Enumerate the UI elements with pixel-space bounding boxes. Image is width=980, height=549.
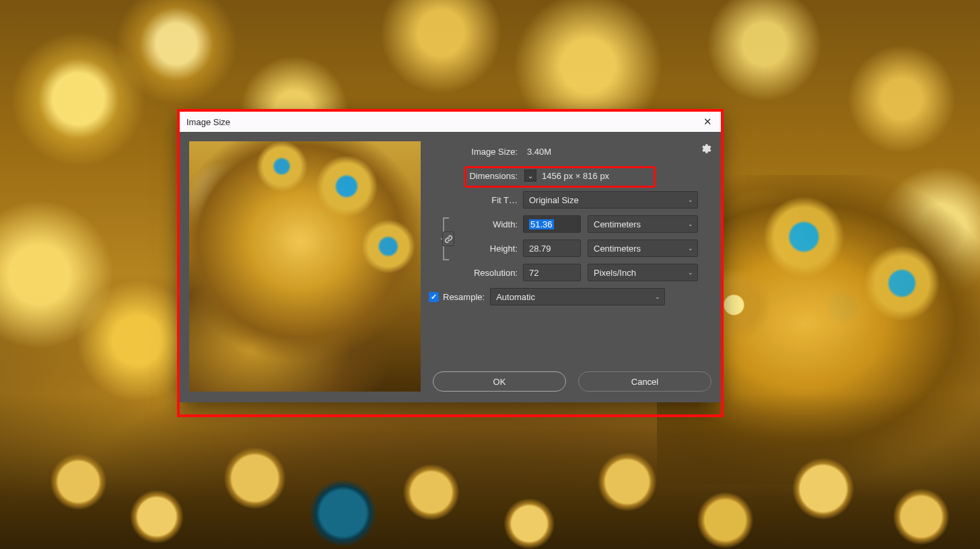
- resolution-value: 72: [529, 268, 538, 278]
- gear-icon[interactable]: [699, 143, 711, 155]
- resolution-input[interactable]: 72: [523, 264, 581, 281]
- width-unit-select[interactable]: Centimeters ⌄: [588, 215, 698, 233]
- fit-to-label: Fit T…: [433, 195, 523, 205]
- dimensions-label: Dimensions:: [433, 171, 523, 181]
- image-size-value: 3.40M: [523, 147, 551, 157]
- dialog-title: Image Size: [186, 117, 230, 127]
- cancel-button[interactable]: Cancel: [578, 371, 711, 392]
- dimensions-value: 1456 px × 816 px: [542, 171, 609, 181]
- height-unit-select[interactable]: Centimeters ⌄: [588, 240, 698, 257]
- image-preview: [189, 141, 421, 392]
- chevron-down-icon: ⌄: [688, 269, 693, 276]
- width-label: Width:: [453, 219, 523, 229]
- image-size-label: Image Size:: [433, 147, 523, 157]
- height-unit-value: Centimeters: [594, 244, 641, 254]
- width-value: 51.36: [529, 219, 554, 229]
- height-input[interactable]: 28.79: [523, 240, 581, 257]
- chevron-down-icon: ⌄: [688, 245, 693, 252]
- chevron-down-icon: ⌄: [655, 293, 660, 300]
- width-unit-value: Centimeters: [594, 219, 641, 229]
- image-size-dialog: Image Size ✕ Image Size: 3.40M Dimension…: [180, 112, 721, 402]
- dialog-titlebar[interactable]: Image Size ✕: [180, 112, 721, 132]
- resample-checkbox[interactable]: ✓: [429, 292, 439, 302]
- height-label: Height:: [453, 244, 523, 254]
- ok-button[interactable]: OK: [433, 371, 566, 392]
- height-value: 28.79: [529, 244, 551, 254]
- fit-to-value: Original Size: [529, 195, 579, 205]
- chevron-down-icon: ⌄: [688, 221, 693, 227]
- close-button[interactable]: ✕: [701, 116, 714, 128]
- resolution-label: Resolution:: [433, 268, 523, 278]
- ok-label: OK: [493, 377, 506, 387]
- resample-label: Resample:: [443, 292, 485, 302]
- resolution-unit-value: Pixels/Inch: [594, 268, 636, 278]
- resample-value: Automatic: [496, 292, 535, 302]
- chevron-down-icon: ⌄: [688, 196, 693, 203]
- fit-to-select[interactable]: Original Size ⌄: [523, 191, 698, 209]
- chevron-down-icon: ⌄: [528, 172, 533, 180]
- resolution-unit-select[interactable]: Pixels/Inch ⌄: [588, 264, 698, 281]
- link-constrain-toggle[interactable]: [442, 231, 454, 246]
- dimensions-unit-toggle[interactable]: ⌄: [524, 170, 536, 182]
- background-coins: [0, 394, 980, 549]
- resample-select[interactable]: Automatic ⌄: [490, 288, 665, 305]
- width-input[interactable]: 51.36: [523, 215, 581, 233]
- cancel-label: Cancel: [631, 377, 658, 387]
